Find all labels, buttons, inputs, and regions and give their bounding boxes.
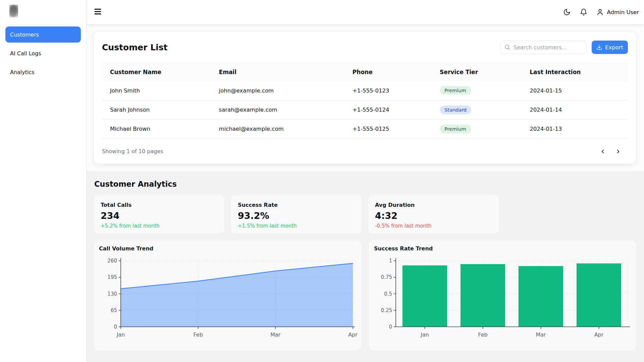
- charts-grid: Call Volume Trend 065130195260JanFebMarA…: [94, 241, 636, 350]
- cell-last-interaction: 2024-01-13: [522, 119, 628, 138]
- column-header-name: Customer Name: [102, 63, 211, 81]
- sidebar-item-label: AI Call Logs: [10, 50, 41, 57]
- chevron-left-icon: [600, 148, 606, 155]
- tier-badge: Premium: [440, 86, 471, 95]
- svg-text:1: 1: [389, 258, 392, 264]
- svg-text:Feb: Feb: [194, 331, 203, 338]
- stat-delta: +5.2% from last month: [101, 223, 218, 229]
- stat-value: 4:32: [375, 210, 492, 221]
- search-icon: [504, 44, 511, 50]
- dashboard-page: Customers AI Call Logs Analytics: [0, 0, 644, 362]
- cell-last-interaction: 2024-01-14: [522, 100, 628, 119]
- sidebar-nav: Customers AI Call Logs Analytics: [0, 26, 86, 83]
- moon-icon: [563, 8, 571, 16]
- svg-text:130: 130: [107, 291, 117, 297]
- cell-name: Michael Brown: [102, 119, 211, 138]
- menu-toggle-button[interactable]: [95, 9, 101, 15]
- svg-text:0: 0: [389, 324, 392, 330]
- export-button-label: Export: [605, 44, 623, 51]
- stat-label: Avg Duration: [375, 202, 492, 208]
- stat-label: Total Calls: [101, 202, 218, 208]
- svg-text:0.5: 0.5: [384, 291, 392, 297]
- table-row[interactable]: Michael Brown michael@example.com +1-555…: [102, 119, 628, 138]
- chevron-right-icon: [615, 148, 621, 155]
- list-actions: Export: [500, 41, 628, 54]
- dark-mode-toggle[interactable]: [563, 8, 571, 16]
- stat-delta: -0.5% from last month: [375, 223, 492, 229]
- success-rate-bar-chart: 00.250.50.751JanFebMarApr: [369, 241, 636, 350]
- topbar-actions: Admin User: [563, 0, 639, 24]
- search-input[interactable]: [500, 41, 587, 54]
- search-box: [500, 41, 587, 54]
- cell-phone: +1-555-0125: [344, 119, 432, 138]
- stats-grid: Total Calls 234 +5.2% from last month Su…: [94, 195, 636, 234]
- svg-text:65: 65: [111, 307, 117, 313]
- svg-text:0: 0: [114, 324, 117, 330]
- customer-list-header: Customer List Export: [94, 32, 636, 54]
- customer-list-card: Customer List Export: [94, 32, 636, 164]
- sidebar-item-label: Analytics: [10, 69, 35, 75]
- next-page-button[interactable]: [613, 146, 623, 157]
- svg-text:Jan: Jan: [116, 331, 125, 338]
- pagination: Showing 1 of 10 pages: [94, 139, 636, 157]
- cell-last-interaction: 2024-01-15: [522, 81, 628, 100]
- analytics-section-title: Customer Analytics: [94, 180, 177, 188]
- export-button[interactable]: Export: [592, 41, 628, 54]
- download-icon: [596, 45, 602, 50]
- svg-text:260: 260: [107, 258, 117, 264]
- svg-text:195: 195: [107, 274, 117, 280]
- customer-table: Customer Name Email Phone Service Tier L…: [102, 63, 628, 139]
- tier-badge: Premium: [440, 125, 471, 133]
- bell-icon: [580, 8, 587, 16]
- stat-card-total-calls: Total Calls 234 +5.2% from last month: [94, 195, 224, 234]
- svg-text:Apr: Apr: [348, 331, 358, 338]
- pagination-status: Showing 1 of 10 pages: [102, 148, 163, 155]
- cell-name: John Smith: [102, 81, 211, 100]
- table-header-row: Customer Name Email Phone Service Tier L…: [102, 63, 628, 81]
- svg-text:0.75: 0.75: [381, 274, 392, 280]
- call-volume-area-chart: 065130195260JanFebMarApr: [94, 241, 361, 350]
- cell-tier: Standard: [432, 100, 522, 119]
- sidebar-item-label: Customers: [10, 32, 39, 38]
- column-header-tier: Service Tier: [432, 63, 522, 81]
- notifications-button[interactable]: [580, 8, 588, 16]
- sidebar: Customers AI Call Logs Analytics: [0, 0, 87, 362]
- success-rate-chart-card: Success Rate Trend 00.250.50.751JanFebMa…: [369, 241, 636, 350]
- tier-badge: Standard: [440, 106, 471, 114]
- column-header-email: Email: [211, 63, 344, 81]
- column-header-last-interaction: Last Interaction: [522, 63, 628, 81]
- sidebar-item-ai-call-logs[interactable]: AI Call Logs: [5, 45, 81, 61]
- stat-card-avg-duration: Avg Duration 4:32 -0.5% from last month: [368, 195, 499, 234]
- stat-delta: +1.5% from last month: [238, 223, 355, 229]
- column-header-phone: Phone: [344, 63, 432, 81]
- cell-phone: +1-555-0124: [344, 100, 432, 119]
- user-menu[interactable]: Admin User: [596, 8, 639, 16]
- logo-image: [9, 5, 18, 17]
- cell-email: sarah@example.com: [211, 100, 344, 119]
- cell-tier: Premium: [432, 119, 522, 138]
- sidebar-item-analytics[interactable]: Analytics: [5, 64, 81, 80]
- stat-card-success-rate: Success Rate 93.2% +1.5% from last month: [231, 195, 362, 234]
- user-name: Admin User: [607, 9, 639, 15]
- svg-text:Mar: Mar: [270, 331, 281, 338]
- table-row[interactable]: John Smith john@example.com +1-555-0123 …: [102, 81, 628, 100]
- stat-label: Success Rate: [238, 202, 355, 208]
- cell-email: john@example.com: [211, 81, 344, 100]
- call-volume-chart-card: Call Volume Trend 065130195260JanFebMarA…: [94, 241, 361, 350]
- stat-value: 234: [101, 210, 218, 221]
- cell-name: Sarah Johnson: [102, 100, 211, 119]
- topbar: Admin User: [87, 0, 644, 24]
- cell-email: michael@example.com: [211, 119, 344, 138]
- prev-page-button[interactable]: [598, 146, 608, 157]
- pager-controls: [598, 146, 628, 157]
- user-icon: [596, 8, 604, 16]
- table-row[interactable]: Sarah Johnson sarah@example.com +1-555-0…: [102, 100, 628, 119]
- svg-text:Apr: Apr: [594, 331, 604, 338]
- sidebar-item-customers[interactable]: Customers: [5, 26, 81, 43]
- svg-text:Jan: Jan: [420, 331, 429, 338]
- cell-tier: Premium: [432, 81, 522, 100]
- svg-text:0.25: 0.25: [381, 307, 392, 313]
- svg-text:Mar: Mar: [536, 331, 546, 338]
- svg-text:Feb: Feb: [478, 331, 487, 338]
- page-title: Customer List: [102, 43, 168, 52]
